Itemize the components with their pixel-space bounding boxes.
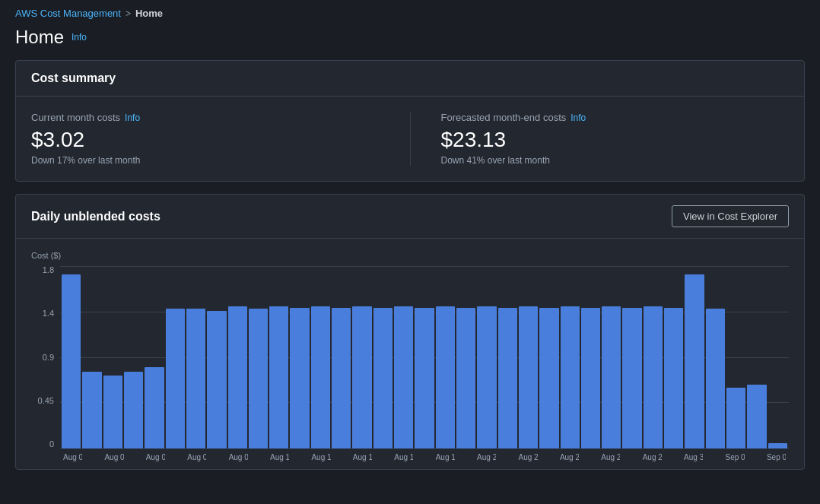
x-label-Aug-24 bbox=[539, 453, 558, 461]
x-label-Aug-15: Aug 15 bbox=[353, 453, 372, 461]
x-label-Aug-05: Aug 05 bbox=[146, 453, 165, 461]
x-label-Aug-29: Aug 29 bbox=[643, 453, 662, 461]
x-label-Aug-31: Aug 31 bbox=[684, 453, 703, 461]
x-label-Sep-04: Sep 04 bbox=[767, 453, 786, 461]
cost-summary-card: Cost summary Current month costs Info $3… bbox=[15, 60, 805, 182]
view-in-cost-explorer-button[interactable]: View in Cost Explorer bbox=[672, 205, 789, 227]
bar-Aug-11 bbox=[269, 306, 288, 449]
x-label-Sep-02: Sep 02 bbox=[726, 453, 745, 461]
breadcrumb-separator: > bbox=[126, 8, 131, 19]
x-label-Aug-13: Aug 13 bbox=[311, 453, 330, 461]
x-label-Aug-01: Aug 01 bbox=[63, 453, 82, 461]
x-label-Aug-12 bbox=[291, 453, 310, 461]
bar-Aug-26 bbox=[581, 308, 600, 449]
y-tick-0.45: 0.45 bbox=[31, 397, 54, 405]
bar-Aug-02 bbox=[82, 372, 101, 449]
bar-Aug-01 bbox=[62, 274, 81, 449]
daily-costs-card: Daily unblended costs View in Cost Explo… bbox=[15, 194, 805, 470]
x-label-Aug-25: Aug 25 bbox=[560, 453, 579, 461]
bar-Aug-12 bbox=[290, 308, 309, 449]
x-label-Aug-10 bbox=[249, 453, 269, 461]
forecasted-value: $23.13 bbox=[441, 128, 790, 152]
bar-Aug-20 bbox=[456, 308, 475, 449]
bar-Aug-18 bbox=[415, 308, 434, 449]
y-tick-1.8: 1.8 bbox=[31, 266, 54, 274]
bar-Aug-15 bbox=[352, 306, 371, 449]
chart-body: Cost ($) 1.8 1.4 0.9 0.45 0 bbox=[16, 239, 804, 469]
current-month-change: Down 17% over last month bbox=[31, 155, 380, 166]
x-label-Sep-01 bbox=[704, 453, 723, 461]
bar-Aug-05 bbox=[145, 367, 164, 449]
main-content: Cost summary Current month costs Info $3… bbox=[0, 60, 820, 497]
x-label-Aug-17: Aug 17 bbox=[394, 453, 413, 461]
bar-Aug-06 bbox=[166, 309, 185, 449]
current-month-label-row: Current month costs Info bbox=[31, 112, 380, 123]
x-label-Aug-03: Aug 03 bbox=[104, 453, 123, 461]
bar-Sep-01 bbox=[706, 309, 725, 449]
x-label-Aug-26 bbox=[580, 453, 599, 461]
current-month-info[interactable]: Info bbox=[125, 113, 140, 123]
x-labels: Aug 01Aug 03Aug 05Aug 07Aug 09Aug 11Aug … bbox=[60, 449, 789, 461]
bar-Aug-31 bbox=[685, 274, 704, 449]
chart-main bbox=[60, 266, 789, 449]
x-label-Aug-14 bbox=[332, 453, 351, 461]
x-label-Aug-28 bbox=[621, 453, 640, 461]
bar-Aug-29 bbox=[644, 306, 663, 449]
bar-Aug-21 bbox=[477, 306, 496, 449]
current-month-metric: Current month costs Info $3.02 Down 17% … bbox=[31, 112, 410, 166]
bar-Aug-17 bbox=[394, 306, 413, 449]
forecasted-change: Down 41% over last month bbox=[441, 155, 790, 166]
forecasted-metric: Forecasted month-end costs Info $23.13 D… bbox=[410, 112, 790, 166]
chart-y-axis-label: Cost ($) bbox=[31, 251, 789, 260]
x-label-Aug-11: Aug 11 bbox=[270, 453, 289, 461]
x-label-Aug-23: Aug 23 bbox=[518, 453, 537, 461]
bar-Sep-02 bbox=[726, 388, 745, 449]
x-label-Aug-20 bbox=[456, 453, 475, 461]
breadcrumb-current: Home bbox=[135, 8, 163, 19]
bar-Aug-24 bbox=[539, 308, 558, 449]
bar-Aug-25 bbox=[561, 306, 580, 449]
page-info-badge[interactable]: Info bbox=[72, 32, 87, 43]
bar-Aug-30 bbox=[664, 308, 683, 449]
bar-Aug-28 bbox=[622, 308, 641, 449]
x-label-Aug-06 bbox=[167, 453, 186, 461]
chart-area: 1.8 1.4 0.9 0.45 0 bbox=[31, 266, 789, 449]
chart-title: Daily unblended costs bbox=[31, 210, 161, 223]
y-tick-0: 0 bbox=[31, 440, 54, 449]
x-label-Aug-21: Aug 21 bbox=[477, 453, 496, 461]
x-label-Aug-16 bbox=[373, 453, 393, 461]
x-label-Aug-27: Aug 27 bbox=[601, 453, 620, 461]
bar-Aug-19 bbox=[436, 306, 455, 449]
x-label-Aug-08 bbox=[208, 453, 227, 461]
breadcrumb: AWS Cost Management > Home bbox=[0, 0, 820, 24]
x-label-Aug-02 bbox=[84, 453, 103, 461]
bar-Aug-22 bbox=[498, 308, 517, 449]
bar-Aug-13 bbox=[311, 306, 330, 449]
breadcrumb-link[interactable]: AWS Cost Management bbox=[15, 8, 121, 19]
current-month-label: Current month costs bbox=[31, 112, 120, 123]
bar-Aug-08 bbox=[207, 311, 226, 449]
bar-Aug-27 bbox=[602, 306, 621, 449]
bar-Sep-04 bbox=[768, 443, 787, 449]
chart-card-header: Daily unblended costs View in Cost Explo… bbox=[16, 195, 804, 239]
current-month-value: $3.02 bbox=[31, 128, 380, 152]
page-title-area: Home Info bbox=[0, 24, 820, 60]
bar-Aug-03 bbox=[103, 376, 122, 449]
x-label-Aug-09: Aug 09 bbox=[229, 453, 248, 461]
x-label-Sep-03 bbox=[746, 453, 765, 461]
bar-Aug-09 bbox=[228, 306, 247, 449]
bar-Aug-16 bbox=[373, 308, 393, 449]
x-label-Aug-22 bbox=[497, 453, 516, 461]
x-label-Aug-04 bbox=[126, 453, 145, 461]
bar-Sep-03 bbox=[747, 385, 766, 449]
x-label-Aug-18 bbox=[415, 453, 434, 461]
forecasted-info[interactable]: Info bbox=[571, 113, 586, 123]
bars-container bbox=[60, 266, 789, 449]
forecasted-label-row: Forecasted month-end costs Info bbox=[441, 112, 790, 123]
y-tick-0.9: 0.9 bbox=[31, 353, 54, 362]
x-label-Aug-07: Aug 07 bbox=[187, 453, 206, 461]
page-title: Home bbox=[15, 27, 64, 48]
bar-Aug-14 bbox=[332, 308, 351, 449]
y-tick-1.4: 1.4 bbox=[31, 309, 54, 318]
bar-Aug-10 bbox=[249, 309, 268, 449]
